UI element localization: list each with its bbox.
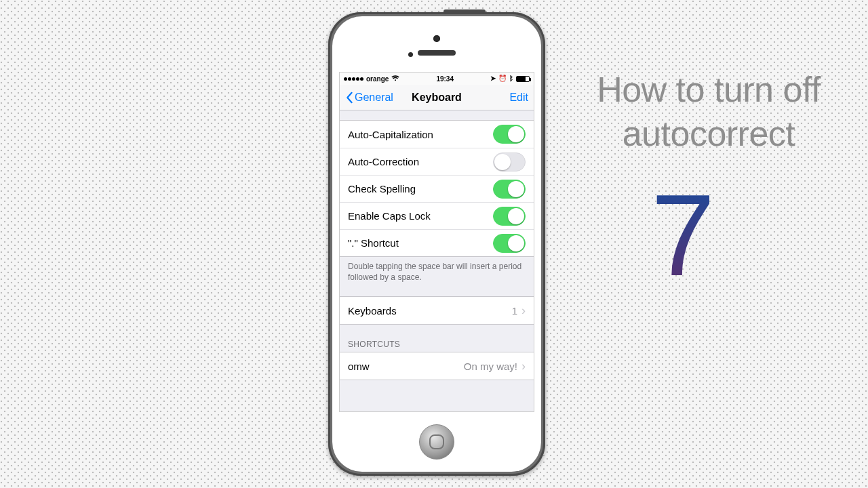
setting-label: Enable Caps Lock bbox=[348, 210, 431, 222]
power-button-nub bbox=[443, 9, 486, 14]
toggle-switch[interactable] bbox=[493, 207, 526, 226]
keyboards-group: Keyboards 1 › bbox=[340, 296, 534, 325]
shortcut-value: On my way! bbox=[464, 361, 517, 372]
back-label: General bbox=[355, 92, 393, 104]
carrier-label: orange bbox=[366, 75, 389, 83]
nav-bar: General Keyboard Edit bbox=[340, 85, 534, 110]
status-time: 19:34 bbox=[436, 75, 454, 83]
tutorial-headline: How to turn off autocorrect bbox=[583, 68, 834, 156]
setting-row: Auto-Capitalization bbox=[340, 121, 534, 148]
back-button[interactable]: General bbox=[345, 92, 393, 104]
ios7-glyph: 7 bbox=[651, 178, 760, 293]
toggle-switch[interactable] bbox=[493, 234, 526, 253]
battery-icon bbox=[516, 76, 530, 82]
device-screen: orange 19:34 ➤ ⏰ ᛒ General bbox=[339, 72, 534, 412]
setting-label: Check Spelling bbox=[348, 183, 416, 195]
edit-button[interactable]: Edit bbox=[509, 92, 528, 104]
iphone-shell: orange 19:34 ➤ ⏰ ᛒ General bbox=[328, 12, 545, 476]
home-button[interactable] bbox=[419, 424, 454, 460]
headline-line1: How to turn off bbox=[597, 70, 821, 109]
keyboards-label: Keyboards bbox=[348, 305, 397, 317]
keyboards-count: 1 bbox=[512, 305, 517, 317]
chevron-left-icon bbox=[345, 92, 353, 104]
shortcut-key: omw bbox=[348, 361, 370, 372]
setting-row: Auto-Correction bbox=[340, 148, 534, 175]
signal-dots-icon bbox=[344, 77, 363, 81]
ear-speaker bbox=[418, 50, 456, 56]
chevron-right-icon: › bbox=[521, 360, 526, 372]
settings-toggle-group: Auto-CapitalizationAuto-CorrectionCheck … bbox=[340, 120, 534, 257]
shortcuts-group: omwOn my way!› bbox=[340, 352, 534, 380]
headline-line2: autocorrect bbox=[623, 114, 795, 153]
shortcut-row[interactable]: omwOn my way!› bbox=[340, 352, 534, 380]
location-icon: ➤ bbox=[490, 75, 496, 82]
setting-label: Auto-Correction bbox=[348, 156, 419, 167]
toggle-switch[interactable] bbox=[493, 125, 526, 144]
keyboards-row[interactable]: Keyboards 1 › bbox=[340, 297, 534, 324]
front-camera bbox=[433, 35, 440, 42]
toggle-switch[interactable] bbox=[493, 152, 526, 171]
shortcuts-header: SHORTCUTS bbox=[340, 340, 534, 352]
bluetooth-icon: ᛒ bbox=[509, 75, 513, 82]
proximity-sensor bbox=[408, 52, 413, 57]
status-bar: orange 19:34 ➤ ⏰ ᛒ bbox=[340, 73, 534, 85]
alarm-icon: ⏰ bbox=[498, 75, 507, 82]
setting-row: "." Shortcut bbox=[340, 229, 534, 256]
shortcut-footer-text: Double tapping the space bar will insert… bbox=[340, 257, 534, 283]
chevron-right-icon: › bbox=[521, 304, 526, 317]
setting-label: Auto-Capitalization bbox=[348, 129, 433, 140]
toggle-switch[interactable] bbox=[493, 180, 526, 199]
ios7-badge: 7 bbox=[651, 183, 760, 312]
setting-row: Check Spelling bbox=[340, 175, 534, 202]
setting-label: "." Shortcut bbox=[348, 237, 399, 249]
setting-row: Enable Caps Lock bbox=[340, 202, 534, 229]
wifi-icon bbox=[391, 75, 399, 83]
